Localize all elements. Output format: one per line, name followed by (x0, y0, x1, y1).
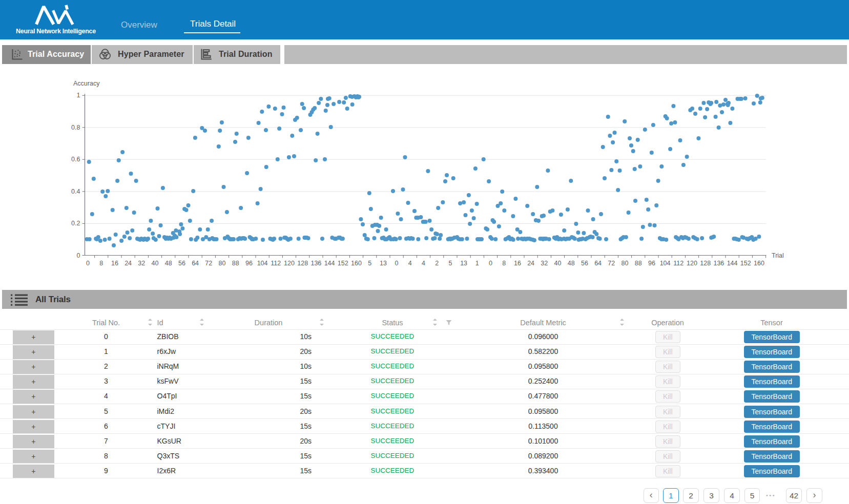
svg-text:152: 152 (338, 260, 348, 267)
svg-text:4: 4 (422, 260, 425, 267)
svg-text:80: 80 (622, 260, 629, 267)
svg-text:0: 0 (395, 260, 399, 267)
svg-text:104: 104 (257, 260, 268, 267)
svg-text:16: 16 (111, 260, 118, 267)
svg-text:24: 24 (527, 260, 534, 267)
svg-text:8: 8 (99, 260, 103, 267)
svg-text:24: 24 (125, 260, 132, 267)
svg-text:128: 128 (700, 260, 711, 267)
svg-text:64: 64 (594, 260, 602, 267)
svg-text:56: 56 (178, 260, 185, 267)
svg-text:120: 120 (687, 260, 697, 267)
svg-text:5: 5 (448, 260, 452, 267)
svg-text:72: 72 (205, 260, 212, 267)
svg-text:4: 4 (408, 260, 412, 267)
svg-text:Accuracy: Accuracy (73, 80, 100, 87)
svg-text:40: 40 (554, 260, 562, 267)
svg-text:0.8: 0.8 (71, 124, 80, 131)
svg-text:40: 40 (152, 260, 159, 267)
svg-text:144: 144 (324, 260, 335, 267)
svg-text:120: 120 (284, 260, 295, 267)
svg-text:32: 32 (541, 260, 548, 267)
svg-text:96: 96 (245, 260, 253, 267)
svg-text:56: 56 (581, 260, 588, 267)
svg-text:16: 16 (514, 260, 521, 267)
svg-text:0: 0 (77, 252, 80, 259)
svg-text:88: 88 (635, 260, 642, 267)
svg-text:64: 64 (192, 260, 199, 267)
svg-text:104: 104 (660, 260, 671, 267)
svg-text:72: 72 (608, 260, 615, 267)
svg-text:0.2: 0.2 (71, 220, 80, 227)
svg-text:88: 88 (232, 260, 239, 267)
svg-text:48: 48 (165, 260, 172, 267)
svg-text:136: 136 (310, 260, 321, 267)
svg-text:13: 13 (460, 260, 467, 267)
svg-text:112: 112 (271, 260, 281, 267)
svg-text:13: 13 (380, 260, 387, 267)
svg-text:152: 152 (740, 260, 751, 267)
svg-text:5: 5 (368, 260, 371, 267)
svg-text:Trial: Trial (772, 252, 784, 259)
svg-text:136: 136 (713, 260, 724, 267)
svg-text:0.4: 0.4 (71, 188, 80, 195)
svg-text:144: 144 (727, 260, 738, 267)
svg-text:1: 1 (475, 260, 479, 267)
svg-text:0: 0 (489, 260, 492, 267)
svg-text:96: 96 (648, 260, 655, 267)
svg-text:0.6: 0.6 (71, 156, 80, 163)
svg-text:8: 8 (502, 260, 506, 267)
svg-text:32: 32 (138, 260, 145, 267)
svg-text:160: 160 (754, 260, 764, 267)
svg-text:80: 80 (219, 260, 226, 267)
svg-text:0: 0 (86, 260, 90, 267)
svg-text:160: 160 (351, 260, 362, 267)
svg-text:1: 1 (77, 92, 80, 99)
svg-text:112: 112 (673, 260, 684, 267)
svg-text:2: 2 (435, 260, 439, 267)
svg-text:128: 128 (297, 260, 308, 267)
svg-text:48: 48 (568, 260, 575, 267)
